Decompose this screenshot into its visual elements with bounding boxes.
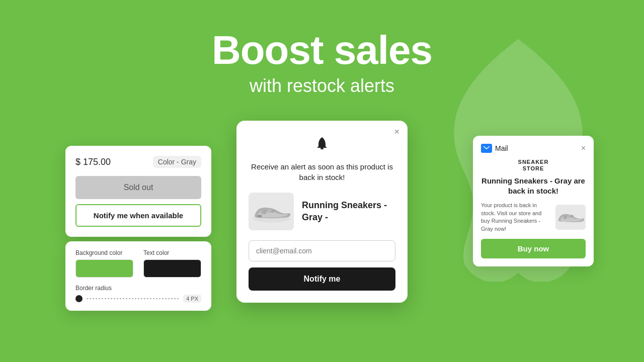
mail-badge: Mail <box>481 144 508 153</box>
email-headline: Running Sneakers - Gray are back in stoc… <box>481 176 586 196</box>
email-input[interactable] <box>249 240 395 261</box>
product-widget-card: $ 175.00 Color - Gray Sold out Notify me… <box>65 146 211 237</box>
bg-color-swatch[interactable] <box>75 259 133 278</box>
cards-area: $ 175.00 Color - Gray Sold out Notify me… <box>0 121 644 362</box>
email-body-row: Your product is back in stock. Visit our… <box>481 202 586 233</box>
email-card-close-button[interactable]: × <box>581 144 586 153</box>
email-product-image <box>555 205 586 230</box>
text-color-swatch[interactable] <box>143 259 201 278</box>
email-notification-card: Mail × SNEAKER STORE Running Sneakers - … <box>473 136 594 266</box>
border-radius-section: Border radius 4 PX <box>75 285 201 303</box>
product-card-top: $ 175.00 Color - Gray <box>75 156 201 168</box>
slider-handle[interactable] <box>75 295 83 302</box>
modal-title: Receive an alert as soon as this product… <box>249 161 395 183</box>
store-logo: SNEAKER STORE <box>481 159 586 172</box>
bell-icon <box>249 136 395 155</box>
mail-icon <box>481 144 492 153</box>
modal-product-row: Running Sneakers - Gray - <box>249 193 395 230</box>
email-body-text: Your product is back in stock. Visit our… <box>481 202 550 233</box>
text-color-label: Text color <box>143 249 201 256</box>
customization-panel: Background color Text color Border radiu… <box>65 241 211 311</box>
color-badge: Color - Gray <box>153 156 201 168</box>
slider-track[interactable] <box>87 298 179 299</box>
email-card-header: Mail × <box>481 144 586 153</box>
product-image <box>249 193 294 230</box>
bg-color-col: Background color <box>75 249 133 278</box>
buy-now-button[interactable]: Buy now <box>481 239 586 258</box>
mail-label: Mail <box>495 144 508 152</box>
modal-close-button[interactable]: × <box>394 127 399 137</box>
svg-rect-2 <box>320 148 324 149</box>
svg-point-4 <box>257 215 262 218</box>
slider-value: 4 PX <box>183 295 201 303</box>
modal-product-name: Running Sneakers - Gray - <box>302 200 395 223</box>
product-price: $ 175.00 <box>75 157 111 167</box>
notify-when-available-button[interactable]: Notify me when available <box>75 204 201 227</box>
restock-alert-modal: × Receive an alert as soon as this produ… <box>236 121 408 303</box>
border-radius-label: Border radius <box>75 285 201 292</box>
slider-row: 4 PX <box>75 295 201 303</box>
notify-me-button[interactable]: Notify me <box>249 267 395 291</box>
bg-color-label: Background color <box>75 249 133 256</box>
sold-out-button: Sold out <box>75 176 201 199</box>
color-row: Background color Text color <box>75 249 201 278</box>
text-color-col: Text color <box>143 249 201 278</box>
